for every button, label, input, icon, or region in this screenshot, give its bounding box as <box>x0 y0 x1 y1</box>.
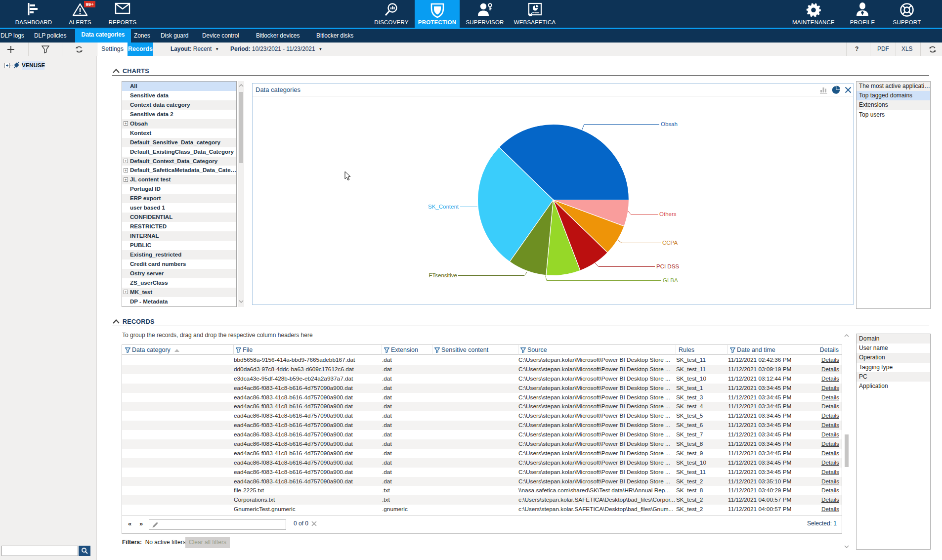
svg-text:www: www <box>532 11 539 14</box>
